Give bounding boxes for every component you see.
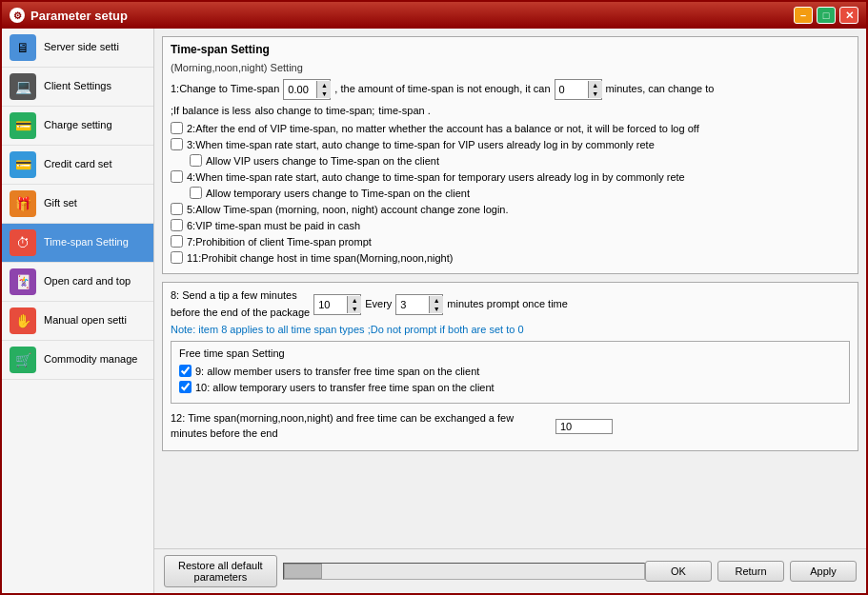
spinbox-tip8-2-down[interactable]: ▼	[430, 305, 443, 313]
check2-row: 2:After the end of VIP time-span, no mat…	[171, 122, 850, 134]
spinbox-1[interactable]: ▲ ▼	[283, 79, 331, 100]
commodity-icon: 🛒	[10, 347, 36, 373]
credit-icon: 💳	[10, 151, 36, 178]
check4-checkbox[interactable]	[171, 170, 183, 183]
spinbox-tip8-2[interactable]: ▲ ▼	[395, 294, 443, 315]
close-button[interactable]: ✕	[839, 7, 858, 24]
sidebar-label-manual: Manual open setti	[44, 314, 127, 327]
row1-label3: minutes, can change to	[606, 82, 715, 96]
row1: 1:Change to Time-span ▲ ▼ , the amount o…	[171, 79, 850, 100]
timespan-section: Time-span Setting (Morning,noon,night) S…	[162, 36, 858, 274]
right-panel: Time-span Setting (Morning,noon,night) S…	[154, 29, 866, 593]
sidebar-item-gift[interactable]: 🎁 Gift set	[2, 185, 153, 224]
sidebar-label-gift: Gift set	[44, 197, 77, 209]
sidebar-item-manual[interactable]: ✋ Manual open setti	[2, 302, 153, 341]
return-button[interactable]: Return	[717, 561, 784, 582]
check10-checkbox[interactable]	[179, 381, 192, 393]
maximize-button[interactable]: □	[817, 7, 836, 24]
check4-row: 4:When time-span rate start, auto change…	[171, 170, 850, 183]
sidebar-item-credit[interactable]: 💳 Credit card set	[2, 146, 153, 185]
spinbox-tip8-2-input[interactable]	[398, 299, 429, 310]
sub-section-title: (Morning,noon,night) Setting	[171, 62, 850, 73]
sidebar-label-charge: Charge setting	[44, 119, 112, 131]
row1-label2: , the amount of time-span is not enough,…	[334, 82, 550, 96]
sidebar-item-server[interactable]: 🖥 Server side setti	[2, 29, 153, 68]
horizontal-scrollbar[interactable]	[283, 563, 645, 580]
check10-row: 10: allow temporary users to transfer fr…	[179, 381, 841, 393]
scrollbar-thumb[interactable]	[284, 564, 322, 579]
check2-label: 2:After the end of VIP time-span, no mat…	[187, 123, 699, 134]
row1-label6: also change to time-span;	[254, 104, 374, 118]
section-title: Time-span Setting	[171, 43, 850, 56]
spinbox-tip8-1-btns: ▲ ▼	[347, 296, 361, 313]
timespan-icon: ⏱	[10, 229, 36, 256]
main-content: 🖥 Server side setti 💻 Client Settings 💳 …	[2, 29, 866, 593]
spinbox-tip8-1-input[interactable]	[316, 299, 347, 310]
spinbox-tip8-1-up[interactable]: ▲	[348, 296, 361, 305]
allow-temp-label: Allow temporary users change to Time-spa…	[206, 188, 470, 199]
allow-vip-checkbox[interactable]	[190, 154, 202, 167]
sidebar-item-opencard[interactable]: 🃏 Open card and top	[2, 263, 153, 302]
allow-vip-label: Allow VIP users change to Time-span on t…	[206, 155, 439, 167]
apply-button[interactable]: Apply	[790, 561, 857, 582]
sidebar-label-credit: Credit card set	[44, 158, 112, 170]
free-section: Free time span Setting 9: allow member u…	[171, 341, 850, 404]
spinbox-1-up[interactable]: ▲	[317, 81, 331, 89]
spinbox-1-btns: ▲ ▼	[316, 81, 331, 98]
check6-checkbox[interactable]	[171, 219, 183, 231]
allow-temp-checkbox[interactable]	[190, 187, 202, 199]
spinbox-2[interactable]: ▲ ▼	[555, 79, 602, 100]
check3-checkbox[interactable]	[171, 138, 183, 150]
bottom-buttons: OK Return Apply	[645, 561, 857, 582]
spinbox-1-input[interactable]	[286, 84, 316, 95]
check9-checkbox[interactable]	[179, 365, 192, 377]
allow-vip-row: Allow VIP users change to Time-span on t…	[190, 154, 850, 167]
main-window: ⚙ Parameter setup – □ ✕ 🖥 Server side se…	[0, 0, 868, 595]
tip8-label4: before the end of the package	[171, 306, 310, 320]
check2-checkbox[interactable]	[171, 122, 183, 134]
spinbox-2-up[interactable]: ▲	[589, 81, 602, 89]
manual-icon: ✋	[10, 307, 36, 334]
tip8-label1: 8: Send a tip a few minutes	[171, 288, 310, 303]
sidebar-item-charge[interactable]: 💳 Charge setting	[2, 107, 153, 146]
check7-checkbox[interactable]	[171, 235, 183, 248]
row1-label1: 1:Change to Time-span	[171, 82, 279, 96]
item12-row: 12: Time span(morning,noon,night) and fr…	[171, 411, 850, 441]
allow-temp-row: Allow temporary users change to Time-spa…	[190, 187, 850, 199]
item12-input[interactable]	[555, 419, 613, 434]
bottom-bar: Restore all default parameters OK Return…	[154, 548, 866, 593]
minimize-button[interactable]: –	[794, 7, 813, 24]
sidebar-item-timespan[interactable]: ⏱ Time-span Setting	[2, 224, 153, 263]
check11-checkbox[interactable]	[171, 251, 183, 264]
gift-icon: 🎁	[10, 190, 36, 217]
tip8-section: 8: Send a tip a few minutes before the e…	[162, 282, 858, 451]
title-controls: – □ ✕	[794, 7, 858, 24]
tip8-label2: Every	[365, 297, 392, 311]
sidebar-item-client[interactable]: 💻 Client Settings	[2, 68, 153, 107]
spinbox-tip8-1-down[interactable]: ▼	[348, 305, 361, 313]
title-bar-left: ⚙ Parameter setup	[10, 8, 128, 23]
sidebar-label-timespan: Time-span Setting	[44, 236, 129, 248]
check9-label: 9: allow member users to transfer free t…	[195, 366, 479, 377]
item12-label: 12: Time span(morning,noon,night) and fr…	[171, 411, 552, 441]
client-icon: 💻	[10, 73, 36, 100]
sidebar-item-commodity[interactable]: 🛒 Commodity manage	[2, 341, 153, 380]
restore-button[interactable]: Restore all default parameters	[164, 555, 277, 587]
title-bar: ⚙ Parameter setup – □ ✕	[2, 2, 866, 29]
check9-row: 9: allow member users to transfer free t…	[179, 365, 841, 377]
check6-row: 6:VIP time-span must be paid in cash	[171, 219, 850, 231]
check5-checkbox[interactable]	[171, 203, 183, 215]
sidebar-label-server: Server side setti	[44, 41, 119, 53]
sidebar-label-client: Client Settings	[44, 80, 111, 92]
ok-button[interactable]: OK	[645, 561, 712, 582]
sidebar-label-opencard: Open card and top	[44, 275, 131, 288]
check7-label: 7:Prohibition of client Time-span prompt	[187, 236, 372, 248]
spinbox-1-down[interactable]: ▼	[317, 89, 331, 98]
tip8-label3: minutes prompt once time	[447, 297, 568, 311]
spinbox-2-down[interactable]: ▼	[589, 89, 602, 98]
spinbox-tip8-2-up[interactable]: ▲	[430, 296, 443, 305]
spinbox-2-input[interactable]	[557, 84, 588, 95]
check3-label: 3:When time-span rate start, auto change…	[187, 139, 655, 150]
sidebar-label-commodity: Commodity manage	[44, 353, 137, 366]
spinbox-tip8-1[interactable]: ▲ ▼	[313, 294, 361, 315]
